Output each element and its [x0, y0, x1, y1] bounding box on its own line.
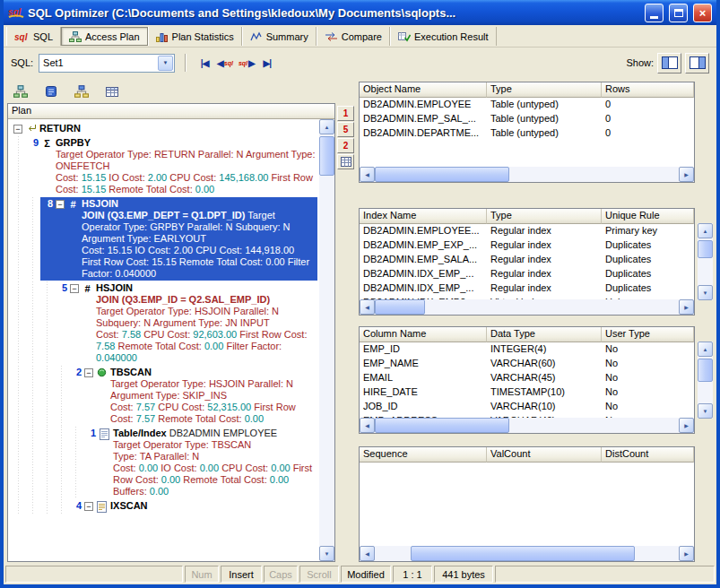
tab-sql[interactable]: sqlSQL: [6, 27, 61, 46]
scroll-right-icon[interactable]: ▶: [679, 546, 694, 561]
first-sql-button[interactable]: |◀: [195, 54, 213, 72]
plan-node-table-index[interactable]: 1Table/Index DB2ADMIN EMPLOYEETarget Ope…: [12, 427, 317, 498]
scrollbar-thumb[interactable]: [698, 359, 713, 382]
detail-grid-button[interactable]: [337, 154, 354, 169]
column-row[interactable]: EMP_IDINTEGER(4)No: [360, 342, 694, 357]
level-1-button[interactable]: 1: [337, 106, 354, 121]
scrollbar-track[interactable]: [375, 418, 679, 433]
collapse-icon[interactable]: −: [56, 200, 65, 209]
column-header-column-name[interactable]: Column Name: [360, 327, 487, 342]
status-message-pane: [5, 566, 183, 583]
column-header-data-type[interactable]: Data Type: [487, 327, 602, 342]
scroll-left-icon[interactable]: ◀: [360, 167, 375, 182]
object-row[interactable]: DB2ADMIN.EMP_SAL_...Table (untyped)0: [360, 112, 694, 126]
collapse-icon[interactable]: −: [84, 502, 93, 511]
tab-access-plan[interactable]: Access Plan: [61, 27, 148, 46]
index-row[interactable]: DB2ADMIN.IDX_EMP_...Regular indexDuplica…: [360, 267, 694, 281]
title-bar[interactable]: sql SQL Optimizer (C:\Documents and Sett…: [4, 0, 716, 25]
column-header-valcount[interactable]: ValCount: [487, 447, 602, 463]
sql-set-combobox[interactable]: Set1 ▼: [39, 54, 175, 73]
prev-sql-button[interactable]: ◀sql: [215, 54, 235, 72]
scrollbar-track[interactable]: [698, 238, 713, 285]
column-header-unique-rule[interactable]: Unique Rule: [602, 209, 694, 224]
column-row[interactable]: JOB_IDVARCHAR(10)No: [360, 400, 694, 414]
plan-node-hsjoin[interactable]: 8−#HSJOINJOIN (Q3.EMP_DEPT = Q1.DPT_ID) …: [12, 197, 317, 281]
scroll-right-icon[interactable]: ▶: [679, 418, 694, 433]
index-row[interactable]: DB2ADMIN.IDX_EMP_...Regular indexDuplica…: [360, 281, 694, 296]
collapse-icon[interactable]: −: [70, 284, 79, 293]
plan-node-ixscan[interactable]: 4−IXSCAN: [12, 499, 317, 514]
next-sql-button[interactable]: sql▶: [237, 54, 256, 72]
maximize-button[interactable]: [669, 4, 688, 22]
plan-node-grpby[interactable]: 9ΣGRPBYTarget Operator Type: RETURN Para…: [12, 136, 317, 196]
indexes-vscrollbar[interactable]: ▲ ▼: [698, 223, 713, 300]
scrollbar-thumb[interactable]: [375, 418, 509, 433]
plan-node-return[interactable]: −RETURN: [12, 122, 317, 135]
close-button[interactable]: ×: [693, 4, 712, 22]
statistics-hscrollbar[interactable]: ◀ ▶: [360, 546, 694, 561]
scroll-left-icon[interactable]: ◀: [360, 546, 375, 561]
object-row[interactable]: DB2ADMIN.EMPLOYEETable (untyped)0: [360, 98, 694, 112]
column-header-distcount[interactable]: DistCount: [602, 447, 694, 463]
indexes-hscrollbar[interactable]: ◀ ▶: [360, 299, 694, 315]
outline-view-button[interactable]: [70, 82, 93, 101]
column-header-index-name[interactable]: Index Name: [360, 209, 487, 224]
scrollbar-thumb[interactable]: [319, 136, 334, 176]
plan-node-hsjoin[interactable]: 5−#HSJOINJOIN (Q3.EMP_ID = Q2.SAL_EMP_ID…: [12, 281, 317, 365]
columns-hscrollbar[interactable]: ◀ ▶: [360, 418, 694, 433]
tab-summary[interactable]: Summary: [242, 27, 317, 46]
scrollbar-track[interactable]: [319, 134, 334, 546]
column-row[interactable]: EMAILVARCHAR(45)No: [360, 371, 694, 385]
minimize-button[interactable]: [645, 4, 664, 22]
object-row[interactable]: DB2ADMIN.DEPARTME...Table (untyped)0: [360, 126, 694, 141]
scroll-left-icon[interactable]: ◀: [360, 418, 375, 433]
collapse-icon[interactable]: −: [13, 125, 22, 134]
scrollbar-thumb[interactable]: [698, 240, 713, 258]
grid-view-button[interactable]: [100, 82, 124, 101]
scroll-up-icon[interactable]: ▲: [698, 342, 713, 357]
index-row[interactable]: DB2ADMIN.EMPLOYEE...Regular indexPrimary…: [360, 224, 694, 238]
scroll-up-icon[interactable]: ▲: [698, 223, 713, 238]
scrollbar-thumb[interactable]: [375, 167, 509, 182]
column-row[interactable]: HIRE_DATETIMESTAMP(10)No: [360, 385, 694, 400]
columns-vscrollbar[interactable]: ▲ ▼: [698, 342, 713, 419]
scroll-right-icon[interactable]: ▶: [679, 167, 694, 182]
index-row[interactable]: DB2ADMIN.EMP_EXP_...Regular indexDuplica…: [360, 238, 694, 253]
column-header-rows[interactable]: Rows: [602, 82, 694, 98]
column-header-user-type[interactable]: User Type: [602, 327, 694, 342]
scrollbar-thumb[interactable]: [375, 299, 425, 315]
level-2-button[interactable]: 2: [337, 138, 354, 153]
scrollbar-track[interactable]: [375, 546, 679, 561]
column-header-type[interactable]: Type: [487, 209, 602, 224]
collapse-icon[interactable]: −: [84, 368, 93, 377]
scrollbar-track[interactable]: [375, 299, 679, 315]
column-header-object-name[interactable]: Object Name: [360, 82, 487, 98]
tab-execution-result[interactable]: Execution Result: [390, 27, 497, 46]
combobox-dropdown-icon[interactable]: ▼: [158, 56, 173, 71]
tree-indent: [55, 366, 69, 426]
plan-text-view-button[interactable]: [39, 82, 63, 101]
show-left-pane-button[interactable]: [657, 53, 681, 74]
column-row[interactable]: EMP_NAMEVARCHAR(60)No: [360, 357, 694, 371]
plan-tree-scrollbar[interactable]: ▲ ▼: [319, 119, 334, 561]
scrollbar-thumb[interactable]: [411, 546, 635, 561]
tab-compare[interactable]: Compare: [317, 27, 390, 46]
scroll-down-icon[interactable]: ▼: [319, 546, 334, 561]
scroll-left-icon[interactable]: ◀: [360, 299, 375, 315]
index-row[interactable]: DB2ADMIN.EMP_SALA...Regular indexDuplica…: [360, 253, 694, 267]
column-header-type[interactable]: Type: [487, 82, 602, 98]
last-sql-button[interactable]: ▶|: [258, 54, 276, 72]
scroll-down-icon[interactable]: ▼: [698, 403, 713, 419]
scroll-down-icon[interactable]: ▼: [698, 285, 713, 300]
scroll-right-icon[interactable]: ▶: [679, 299, 694, 315]
objects-hscrollbar[interactable]: ◀ ▶: [360, 167, 694, 182]
tree-view-button[interactable]: [9, 82, 32, 101]
show-right-pane-button[interactable]: [685, 53, 709, 74]
level-5-button[interactable]: 5: [337, 122, 354, 137]
scroll-up-icon[interactable]: ▲: [319, 119, 334, 134]
plan-node-tbscan[interactable]: 2−TBSCANTarget Operator Type: HSJOIN Par…: [12, 366, 317, 426]
tab-plan-statistics[interactable]: Plan Statistics: [148, 27, 242, 46]
scrollbar-track[interactable]: [375, 167, 679, 182]
column-header-sequence[interactable]: Sequence: [360, 447, 487, 463]
scrollbar-track[interactable]: [698, 357, 713, 403]
